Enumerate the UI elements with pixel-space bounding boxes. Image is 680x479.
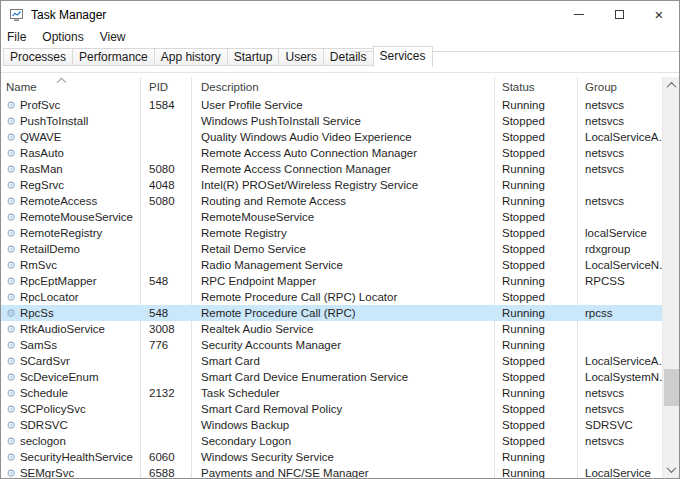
cell-name: ⚙Schedule — [1, 385, 140, 401]
cell-description: Secondary Logon — [191, 433, 494, 449]
table-row[interactable]: ⚙RemoteAccess5080Routing and Remote Acce… — [1, 193, 663, 209]
table-row[interactable]: ⚙RmSvcRadio Management ServiceStoppedLoc… — [1, 257, 663, 273]
table-row[interactable]: ⚙SCardSvrSmart CardStoppedLocalServiceA.… — [1, 353, 663, 369]
cell-name: ⚙RpcEptMapper — [1, 273, 140, 289]
cell-name: ⚙SCPolicySvc — [1, 401, 140, 417]
maximize-icon — [615, 10, 624, 19]
table-row[interactable]: ⚙RasMan5080Remote Access Connection Mana… — [1, 161, 663, 177]
cell-status: Running — [494, 305, 577, 321]
cell-description: Task Scheduler — [191, 385, 494, 401]
table-row[interactable]: ⚙RpcEptMapper548RPC Endpoint MapperRunni… — [1, 273, 663, 289]
cell-status: Stopped — [494, 257, 577, 273]
menu-options[interactable]: Options — [42, 30, 83, 44]
column-header-name[interactable]: Name — [1, 77, 140, 97]
service-gear-icon: ⚙ — [6, 228, 16, 239]
vertical-scrollbar[interactable] — [662, 77, 679, 478]
table-row[interactable]: ⚙ProfSvc1584User Profile ServiceRunningn… — [1, 97, 663, 113]
table-row[interactable]: ⚙SamSs776Security Accounts ManagerRunnin… — [1, 337, 663, 353]
cell-pid — [140, 417, 191, 433]
scrollbar-thumb[interactable] — [664, 369, 679, 406]
menu-view[interactable]: View — [100, 30, 126, 44]
table-row[interactable]: ⚙RegSrvc4048Intel(R) PROSet/Wireless Reg… — [1, 177, 663, 193]
cell-pid: 5080 — [140, 193, 191, 209]
cell-group — [577, 337, 663, 353]
cell-description: Windows Backup — [191, 417, 494, 433]
cell-group: netsvcs — [577, 401, 663, 417]
table-row[interactable]: ⚙RasAutoRemote Access Auto Connection Ma… — [1, 145, 663, 161]
table-row[interactable]: ⚙SEMgrSvc6588Payments and NFC/SE Manager… — [1, 465, 663, 478]
column-header-group[interactable]: Group — [577, 77, 663, 97]
table-row[interactable]: ⚙SDRSVCWindows BackupStoppedSDRSVC — [1, 417, 663, 433]
service-gear-icon: ⚙ — [6, 196, 16, 207]
cell-group: LocalServiceA... — [577, 353, 663, 369]
service-gear-icon: ⚙ — [6, 212, 16, 223]
table-row[interactable]: ⚙RpcSs548Remote Procedure Call (RPC)Runn… — [1, 305, 663, 321]
cell-pid: 6060 — [140, 449, 191, 465]
table-row[interactable]: ⚙Schedule2132Task SchedulerRunningnetsvc… — [1, 385, 663, 401]
cell-status: Running — [494, 465, 577, 478]
cell-name: ⚙RemoteRegistry — [1, 225, 140, 241]
service-gear-icon: ⚙ — [6, 100, 16, 111]
cell-name: ⚙RpcLocator — [1, 289, 140, 305]
table-row[interactable]: ⚙PushToInstallWindows PushToInstall Serv… — [1, 113, 663, 129]
table-row[interactable]: ⚙RpcLocatorRemote Procedure Call (RPC) L… — [1, 289, 663, 305]
cell-status: Stopped — [494, 289, 577, 305]
table-row[interactable]: ⚙RetailDemoRetail Demo ServiceStoppedrdx… — [1, 241, 663, 257]
cell-description: RemoteMouseService — [191, 209, 494, 225]
cell-pid — [140, 401, 191, 417]
service-gear-icon: ⚙ — [6, 292, 16, 303]
cell-status: Running — [494, 161, 577, 177]
column-header-status[interactable]: Status — [494, 77, 577, 97]
column-header-pid[interactable]: PID — [140, 77, 191, 97]
tab-app-history[interactable]: App history — [154, 48, 228, 66]
cell-group: LocalService — [577, 465, 663, 478]
table-row[interactable]: ⚙QWAVEQuality Windows Audio Video Experi… — [1, 129, 663, 145]
tab-users[interactable]: Users — [278, 48, 323, 66]
cell-group: rpcss — [577, 305, 663, 321]
tab-performance[interactable]: Performance — [72, 48, 155, 66]
table-row[interactable]: ⚙ScDeviceEnumSmart Card Device Enumerati… — [1, 369, 663, 385]
close-icon: × — [655, 7, 664, 22]
table-row[interactable]: ⚙SecurityHealthService6060Windows Securi… — [1, 449, 663, 465]
cell-description: Smart Card — [191, 353, 494, 369]
table-row[interactable]: ⚙RemoteRegistryRemote RegistryStoppedloc… — [1, 225, 663, 241]
cell-pid: 1584 — [140, 97, 191, 113]
tab-services[interactable]: Services — [373, 46, 433, 67]
cell-status: Stopped — [494, 113, 577, 129]
tab-startup[interactable]: Startup — [227, 48, 280, 66]
cell-description: Payments and NFC/SE Manager — [191, 465, 494, 478]
window-controls: × — [559, 1, 679, 28]
cell-status: Running — [494, 193, 577, 209]
cell-name: ⚙ScDeviceEnum — [1, 369, 140, 385]
cell-name: ⚙ProfSvc — [1, 97, 140, 113]
table-row[interactable]: ⚙RemoteMouseServiceRemoteMouseServiceSto… — [1, 209, 663, 225]
minimize-button[interactable] — [559, 1, 599, 28]
scroll-up-button[interactable] — [663, 77, 679, 94]
table-row[interactable]: ⚙RtkAudioService3008Realtek Audio Servic… — [1, 321, 663, 337]
cell-pid: 4048 — [140, 177, 191, 193]
table-row[interactable]: ⚙seclogonSecondary LogonStoppednetsvcs — [1, 433, 663, 449]
tab-processes[interactable]: Processes — [3, 48, 73, 66]
close-button[interactable]: × — [639, 1, 679, 28]
cell-description: Windows Security Service — [191, 449, 494, 465]
cell-group: netsvcs — [577, 97, 663, 113]
service-gear-icon: ⚙ — [6, 372, 16, 383]
cell-name: ⚙RtkAudioService — [1, 321, 140, 337]
column-header-description[interactable]: Description — [191, 77, 494, 97]
menu-file[interactable]: File — [7, 30, 26, 44]
cell-group: LocalServiceN... — [577, 257, 663, 273]
cell-description: Radio Management Service — [191, 257, 494, 273]
service-gear-icon: ⚙ — [6, 436, 16, 447]
maximize-button[interactable] — [599, 1, 639, 28]
scroll-down-button[interactable] — [663, 461, 679, 478]
service-gear-icon: ⚙ — [6, 116, 16, 127]
cell-status: Stopped — [494, 353, 577, 369]
service-gear-icon: ⚙ — [6, 388, 16, 399]
cell-description: Smart Card Removal Policy — [191, 401, 494, 417]
cell-description: Routing and Remote Access — [191, 193, 494, 209]
table-row[interactable]: ⚙SCPolicySvcSmart Card Removal PolicySto… — [1, 401, 663, 417]
cell-description: Remote Access Auto Connection Manager — [191, 145, 494, 161]
cell-status: Stopped — [494, 225, 577, 241]
cell-pid — [140, 129, 191, 145]
cell-status: Stopped — [494, 209, 577, 225]
